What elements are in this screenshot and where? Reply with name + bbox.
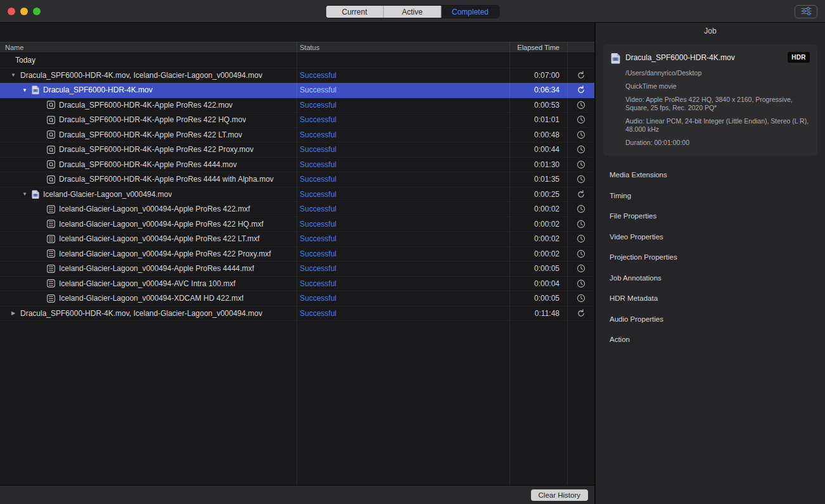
- status-text: Successful: [300, 264, 336, 273]
- status-text: Successful: [300, 309, 336, 318]
- clock-icon[interactable]: [577, 145, 585, 154]
- elapsed-time: 0:00:02: [509, 247, 567, 261]
- job-inspector: Job Dracula_SPF6000-HDR-4K.mov HDR /User…: [596, 23, 825, 504]
- disclosure-expanded-icon[interactable]: ▼: [20, 191, 29, 197]
- elapsed-time: 0:00:05: [509, 261, 567, 276]
- clock-icon[interactable]: [577, 264, 585, 273]
- clock-icon[interactable]: [577, 279, 585, 288]
- table-row[interactable]: Iceland-Glacier-Lagoon_v000494-Apple Pro…: [0, 217, 594, 232]
- hdr-badge: HDR: [788, 52, 810, 63]
- clock-icon[interactable]: [577, 220, 585, 229]
- movie-doc-icon: [32, 85, 39, 94]
- status-text: Successful: [300, 160, 336, 169]
- section-audio-properties[interactable]: Audio Properties: [596, 309, 825, 330]
- clear-history-button[interactable]: Clear History: [531, 489, 588, 501]
- file-name: Iceland-Glacier-Lagoon_v000494-Apple Pro…: [59, 220, 264, 229]
- table-row[interactable]: ▼Dracula_SPF6000-HDR-4K.movSuccessful0:0…: [0, 83, 594, 98]
- table-row[interactable]: Iceland-Glacier-Lagoon_v000494-XDCAM HD …: [0, 291, 594, 306]
- tab-active[interactable]: Active: [384, 6, 442, 18]
- table-row[interactable]: Iceland-Glacier-Lagoon_v000494-AVC Intra…: [0, 277, 594, 292]
- clock-icon[interactable]: [577, 130, 585, 139]
- clock-icon[interactable]: [577, 294, 585, 303]
- job-video-info: Video: Apple ProRes 422 HQ, 3840 x 2160,…: [625, 96, 810, 112]
- file-name: Iceland-Glacier-Lagoon_v000494-XDCAM HD …: [59, 294, 243, 303]
- clock-icon[interactable]: [577, 115, 585, 124]
- file-name: Iceland-Glacier-Lagoon_v000494-Apple Pro…: [59, 264, 254, 273]
- table-row[interactable]: ▼Iceland-Glacier-Lagoon_v000494.movSucce…: [0, 187, 594, 203]
- column-header-status[interactable]: Status: [297, 42, 509, 53]
- disclosure-expanded-icon[interactable]: ▼: [20, 87, 29, 93]
- history-panel: Name Status Elapsed Time Today▼Dracula_S…: [0, 23, 596, 504]
- job-duration: Duration: 00:01:00:00: [625, 139, 810, 147]
- status-text: Successful: [300, 294, 336, 303]
- status-text: Successful: [300, 130, 336, 139]
- file-name: Dracula_SPF6000-HDR-4K-Apple ProRes 4444…: [59, 160, 237, 169]
- retry-icon[interactable]: [577, 309, 585, 318]
- file-name: Iceland-Glacier-Lagoon_v000494-AVC Intra…: [59, 279, 236, 288]
- elapsed-time: 0:01:30: [509, 158, 567, 172]
- column-header-name[interactable]: Name: [0, 42, 297, 53]
- clock-icon[interactable]: [577, 175, 585, 184]
- close-button[interactable]: [8, 8, 15, 15]
- history-top-spacer: [0, 23, 594, 42]
- section-action[interactable]: Action: [596, 329, 825, 350]
- table-row[interactable]: Iceland-Glacier-Lagoon_v000494-Apple Pro…: [0, 261, 594, 277]
- view-tabs: CurrentActiveCompleted: [326, 5, 500, 18]
- clock-icon[interactable]: [577, 234, 585, 243]
- table-row[interactable]: Dracula_SPF6000-HDR-4K-Apple ProRes 422.…: [0, 98, 594, 113]
- table-row[interactable]: Dracula_SPF6000-HDR-4K-Apple ProRes 422 …: [0, 142, 594, 158]
- section-media-extensions[interactable]: Media Extensions: [596, 165, 825, 186]
- table-row[interactable]: Dracula_SPF6000-HDR-4K-Apple ProRes 422 …: [0, 113, 594, 128]
- elapsed-time: 0:06:34: [509, 83, 567, 98]
- section-job-annotations[interactable]: Job Annotations: [596, 268, 825, 289]
- status-text: Successful: [300, 220, 336, 229]
- table-row[interactable]: Iceland-Glacier-Lagoon_v000494-Apple Pro…: [0, 202, 594, 217]
- table-row[interactable]: ▼Dracula_SPF6000-HDR-4K.mov, Iceland-Gla…: [0, 68, 594, 84]
- clock-icon[interactable]: [577, 160, 585, 169]
- file-name: Iceland-Glacier-Lagoon_v000494-Apple Pro…: [59, 249, 271, 258]
- clock-icon[interactable]: [577, 205, 585, 213]
- clock-icon[interactable]: [577, 101, 585, 110]
- movie-doc-icon: [32, 190, 39, 199]
- inspector-sections: Media ExtensionsTimingFile PropertiesVid…: [596, 165, 825, 350]
- tab-completed[interactable]: Completed: [442, 6, 499, 18]
- minimize-button[interactable]: [20, 8, 28, 15]
- disclosure-collapsed-icon[interactable]: ▶: [9, 310, 18, 316]
- retry-icon[interactable]: [577, 85, 585, 94]
- elapsed-time: 0:00:53: [509, 98, 567, 113]
- table-row[interactable]: Dracula_SPF6000-HDR-4K-Apple ProRes 422 …: [0, 128, 594, 143]
- section-projection-properties[interactable]: Projection Properties: [596, 247, 825, 268]
- mxf-icon: [47, 249, 55, 258]
- table-row[interactable]: Iceland-Glacier-Lagoon_v000494-Apple Pro…: [0, 247, 594, 262]
- disclosure-expanded-icon[interactable]: ▼: [9, 72, 18, 78]
- zoom-button[interactable]: [33, 8, 41, 15]
- column-header-elapsed-time[interactable]: Elapsed Time: [509, 42, 567, 53]
- file-name: Iceland-Glacier-Lagoon_v000494.mov: [43, 190, 172, 199]
- file-name: Dracula_SPF6000-HDR-4K-Apple ProRes 422 …: [59, 145, 253, 154]
- section-file-properties[interactable]: File Properties: [596, 206, 825, 227]
- table-row[interactable]: Iceland-Glacier-Lagoon_v000494-Apple Pro…: [0, 232, 594, 247]
- elapsed-time: 0:01:01: [509, 113, 567, 127]
- file-name: Dracula_SPF6000-HDR-4K-Apple ProRes 422.…: [59, 101, 233, 110]
- table-row[interactable]: ▶Dracula_SPF6000-HDR-4K.mov, Iceland-Gla…: [0, 306, 594, 322]
- status-text: Successful: [300, 85, 336, 94]
- status-text: Successful: [300, 145, 336, 154]
- clock-icon[interactable]: [577, 249, 585, 258]
- file-name: Dracula_SPF6000-HDR-4K.mov: [43, 85, 153, 94]
- table-row[interactable]: Dracula_SPF6000-HDR-4K-Apple ProRes 4444…: [0, 172, 594, 187]
- section-video-properties[interactable]: Video Properties: [596, 227, 825, 248]
- tab-current[interactable]: Current: [326, 6, 384, 18]
- table-row[interactable]: Dracula_SPF6000-HDR-4K-Apple ProRes 4444…: [0, 158, 594, 173]
- elapsed-time: 0:00:25: [509, 187, 567, 202]
- retry-icon[interactable]: [577, 71, 585, 80]
- section-hdr-metadata[interactable]: HDR Metadata: [596, 288, 825, 309]
- elapsed-time: 0:01:35: [509, 172, 567, 187]
- status-text: Successful: [300, 190, 336, 199]
- status-text: Successful: [300, 101, 336, 110]
- column-header-action: [567, 42, 594, 53]
- section-timing[interactable]: Timing: [596, 186, 825, 206]
- table-header: Name Status Elapsed Time: [0, 42, 594, 53]
- main-content: Name Status Elapsed Time Today▼Dracula_S…: [0, 23, 825, 504]
- retry-icon[interactable]: [577, 190, 585, 199]
- filter-button[interactable]: [795, 5, 817, 18]
